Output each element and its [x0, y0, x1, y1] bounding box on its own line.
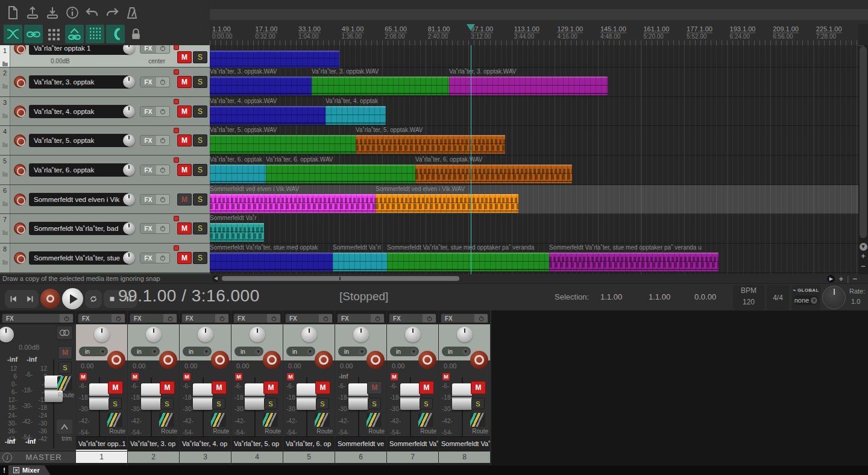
track-row[interactable]: 6 Sommerfeldt ved elven i Vik FX M S [0, 185, 210, 215]
vertical-zoom-in-button[interactable]: + [859, 252, 867, 260]
channel-route-icon[interactable] [159, 413, 174, 427]
channel-route-icon[interactable] [263, 413, 278, 427]
vertical-zoom-out-button[interactable]: − [859, 262, 867, 271]
fx-power-icon[interactable] [156, 253, 169, 263]
track-number-column[interactable]: 5 [0, 156, 10, 184]
channel-name[interactable]: Sommerfeldt Va˚ [387, 436, 438, 451]
media-item[interactable] [415, 165, 572, 183]
channel-mute-button[interactable]: M [367, 381, 382, 394]
folder-icon[interactable] [2, 85, 8, 89]
global-automation-control[interactable]: ⌁ GLOBAL none▼ [791, 285, 820, 310]
selection-length-value[interactable]: 0.0.00 [694, 292, 716, 301]
channel-fader-handle[interactable] [89, 383, 109, 410]
channel-mute-button[interactable]: M [160, 381, 175, 394]
channel-pan-knob[interactable] [457, 327, 473, 342]
arrange-vertical-scrollbar[interactable]: ▼ + − [858, 45, 868, 274]
channel-fx-bar[interactable]: FX [130, 313, 177, 323]
metronome-button[interactable] [123, 4, 141, 22]
channel-solo-button[interactable]: S [368, 398, 381, 409]
media-item[interactable] [210, 77, 312, 95]
channel-fader-handle[interactable] [245, 383, 265, 410]
mixer-channel-strip[interactable]: FX in▼ 0.00 M -6--18--30--42--54- M S Ro… [387, 310, 438, 465]
channel-fader-handle[interactable] [193, 383, 213, 410]
channel-mute-button[interactable]: M [419, 381, 434, 394]
edit-cursor-marker[interactable] [467, 24, 475, 31]
channel-fader-handle[interactable] [297, 383, 316, 410]
track-number-column[interactable]: 4 [0, 126, 10, 155]
fx-power-icon[interactable] [215, 314, 228, 322]
master-fx-bar[interactable]: FX [2, 313, 74, 323]
track-solo-button[interactable]: S [193, 222, 207, 234]
track-mute-button[interactable]: M [177, 51, 192, 63]
global-automation-dropdown[interactable]: none▼ [793, 295, 819, 305]
selection-start-value[interactable]: 1.1.00 [600, 292, 622, 301]
record-arm-button[interactable] [14, 76, 26, 88]
channel-input-selector[interactable]: in▼ [338, 347, 367, 356]
play-button[interactable] [62, 288, 83, 309]
fx-power-icon[interactable] [156, 224, 169, 233]
media-item[interactable] [210, 51, 339, 68]
save-project-button[interactable] [43, 4, 61, 22]
fx-power-icon[interactable] [267, 314, 280, 322]
channel-mute-button[interactable]: M [212, 381, 227, 394]
track-zoom-menu-button[interactable]: ▼ [859, 242, 867, 250]
fx-power-icon[interactable] [319, 314, 332, 322]
horizontal-zoom-out-button[interactable]: − [852, 274, 857, 283]
channel-volume-readout[interactable]: 0.00 [340, 362, 353, 370]
media-item[interactable] [387, 253, 549, 271]
media-item[interactable] [210, 194, 376, 213]
channel-fx-bar[interactable]: FX [337, 313, 385, 323]
track-volume-knob[interactable] [123, 134, 135, 146]
track-fx-button[interactable]: FX [140, 136, 156, 145]
master-solo-button[interactable]: S [58, 362, 72, 374]
close-icon[interactable]: ✕ [13, 467, 19, 473]
record-arm-button[interactable] [14, 222, 26, 234]
arrange-lane-track-7[interactable]: Sommerfeldt Va˚r [210, 214, 858, 244]
channel-solo-button[interactable]: S [212, 398, 225, 409]
mixer-channel-strip[interactable]: FX in▼ 0.00 M -6--18--30--42--54- M S Ro… [128, 310, 179, 465]
arrange-lane-track-6[interactable]: Sommerfeldt ved elven i Vik.WAVSommerfel… [210, 185, 858, 215]
arrange-lane-track-3[interactable]: Va˚rla˚ter, 4. opptak.WAVVa˚rla˚ter, 4. … [210, 97, 858, 127]
channel-input-selector[interactable]: in▼ [286, 347, 315, 356]
channel-volume-readout[interactable]: 0.00 [236, 362, 249, 370]
channel-pan-knob[interactable] [198, 327, 213, 342]
track-volume-knob[interactable] [123, 222, 135, 234]
mixer-channel-strip[interactable]: FX in▼ 0.00 M -6--18--30--42--54- M S Ro… [180, 310, 231, 465]
fx-power-icon[interactable] [60, 314, 73, 322]
mixer-channel-strip[interactable]: FX in▼ 0.00 M -6--18--30--42--54- M S Ro… [76, 310, 127, 465]
channel-record-arm-button[interactable] [159, 351, 177, 369]
media-item[interactable] [356, 135, 505, 154]
channel-solo-button[interactable]: S [108, 398, 122, 409]
channel-number[interactable]: 8 [439, 451, 490, 463]
new-project-button[interactable] [4, 4, 22, 22]
zoom-menu-icon[interactable]: ▶ [827, 275, 835, 283]
fx-power-icon[interactable] [371, 314, 384, 322]
track-row[interactable]: 4 Va˚rla˚ter, 5. opptak FX M S [0, 126, 210, 156]
channel-volume-readout[interactable]: 0.00 [288, 362, 301, 370]
channel-input-selector[interactable]: in▼ [131, 347, 160, 356]
playrate-value[interactable]: 1.0 [851, 298, 860, 305]
track-name[interactable]: Va˚rla˚ter, 4. opptak [29, 105, 129, 118]
channel-fader-handle[interactable] [452, 383, 472, 410]
arrange-view[interactable]: Va˚rla˚ter, 3. opptak.WAVVa˚rla˚ter, 3. … [210, 45, 858, 274]
track-volume-knob[interactable] [123, 252, 135, 264]
channel-route-icon[interactable] [211, 413, 226, 427]
arrange-lane-track-5[interactable]: Va˚rla˚ter, 6. opptakVa˚rla˚ter, 6. oppt… [210, 156, 858, 185]
mixer-tab[interactable]: ✕ Mixer [8, 465, 51, 475]
record-arm-button[interactable] [14, 45, 26, 54]
project-settings-button[interactable] [63, 4, 81, 22]
channel-name[interactable]: Va˚rla˚ter, 5. op [231, 436, 283, 451]
channel-record-arm-button[interactable] [315, 351, 333, 369]
channel-mute-button[interactable]: M [471, 381, 486, 394]
folder-icon[interactable] [2, 115, 8, 118]
media-item[interactable] [449, 77, 608, 95]
track-mute-button[interactable]: M [177, 164, 192, 176]
channel-fx-bar[interactable]: FX [233, 313, 281, 323]
track-number-column[interactable]: 2 [0, 68, 10, 96]
media-item[interactable] [312, 77, 449, 95]
master-route-icon[interactable] [57, 376, 72, 391]
channel-name[interactable]: Va˚rla˚ter opp..1 [76, 436, 127, 451]
ripple-editing-button[interactable] [45, 25, 63, 43]
transport-position-display[interactable]: 99.1.00 / 3:16.000 [118, 286, 260, 306]
master-pan-knob[interactable] [0, 327, 14, 342]
